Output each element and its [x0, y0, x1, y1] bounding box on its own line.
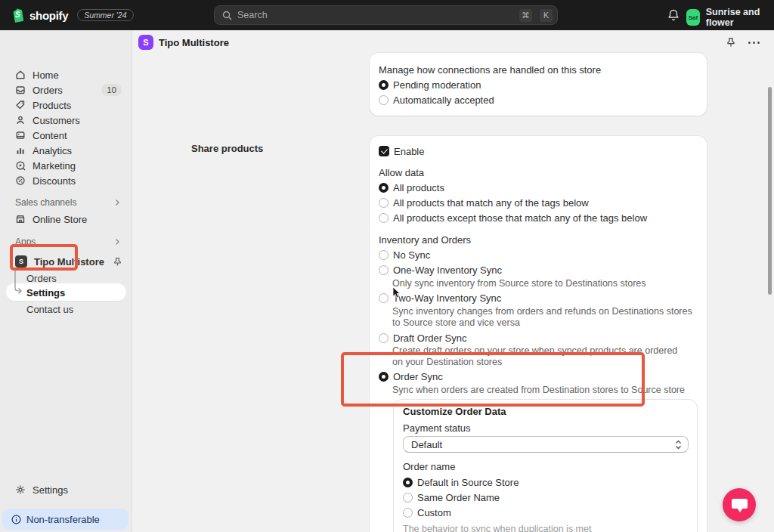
section-header-label: Sales channels [15, 197, 76, 208]
order-name-label: Order name [403, 460, 455, 472]
shopify-wordmark: shopify [29, 9, 68, 22]
radio-all-products[interactable]: All products [379, 181, 444, 193]
sidebar-subitem-orders[interactable]: Orders [6, 271, 126, 286]
page-title: Tipo Multistore [159, 37, 229, 48]
radio-label: Draft Order Sync [393, 332, 467, 344]
radio-unchecked-icon[interactable] [379, 293, 389, 303]
radio-pending-moderation[interactable]: Pending moderation [379, 79, 481, 91]
sidebar-section-sales-channels[interactable]: Sales channels [6, 196, 126, 209]
sidebar-item-label: Products [33, 100, 71, 111]
topbar: S shopify Summer '24 Search ⌘ K Saf Sunr… [0, 0, 774, 30]
main-area: S Tipo Multistore Manage how connections… [132, 30, 774, 532]
radio-checked-icon[interactable] [379, 80, 389, 90]
radio-default-source-store[interactable]: Default in Source Store [403, 476, 519, 488]
radio-products-match-tags[interactable]: All products that match any of the tags … [379, 196, 589, 209]
sidebar-item-label: Home [33, 70, 59, 81]
app-page-header: S Tipo Multistore [132, 30, 774, 55]
vertical-scrollbar[interactable] [768, 87, 772, 295]
radio-description: Sync inventory changes from orders and r… [392, 306, 699, 329]
radio-label: All products that match any of the tags … [393, 197, 589, 209]
radio-unchecked-icon[interactable] [379, 333, 389, 343]
pin-icon[interactable] [113, 257, 122, 267]
radio-one-way-sync[interactable]: One-Way Inventory Sync [379, 264, 502, 276]
chat-bubble-tail [737, 508, 743, 512]
shopify-bag-monogram: S [15, 11, 20, 19]
sidebar-item-settings-footer[interactable]: Settings [6, 482, 126, 497]
radio-label: Custom [417, 507, 451, 518]
search-input[interactable]: Search ⌘ K [214, 5, 558, 25]
info-icon [11, 515, 21, 524]
connections-card: Manage how connections are handled on th… [370, 53, 707, 116]
radio-unchecked-icon[interactable] [379, 95, 389, 105]
sidebar-subitem-settings[interactable]: Settings [6, 285, 126, 300]
products-icon [15, 100, 26, 110]
allow-data-label: Allow data [379, 166, 424, 178]
sidebar-item-label: Settings [26, 287, 65, 298]
store-icon [15, 214, 26, 224]
radio-unchecked-icon[interactable] [403, 508, 413, 518]
radio-checked-icon[interactable] [379, 183, 389, 193]
home-icon [15, 70, 26, 80]
analytics-icon [15, 145, 26, 156]
shopify-logo[interactable]: S shopify Summer '24 [11, 8, 134, 23]
notifications-button[interactable] [667, 8, 680, 22]
sidebar-item-label: Orders [26, 273, 57, 284]
payment-status-select[interactable]: Default [403, 436, 689, 453]
radio-checked-icon[interactable] [403, 478, 413, 487]
sidebar-item-orders[interactable]: Orders 10 [6, 82, 126, 97]
sidebar-item-discounts[interactable]: Discounts [6, 173, 126, 188]
chat-widget-button[interactable] [723, 488, 756, 521]
mouse-cursor [392, 287, 401, 302]
annotation-box-settings [10, 244, 78, 271]
radio-automatically-accepted[interactable]: Automatically accepted [379, 94, 494, 106]
sidebar-item-label: Analytics [33, 145, 72, 156]
orders-icon [15, 85, 26, 95]
sidebar-item-label: Online Store [33, 214, 87, 225]
radio-products-except-tags[interactable]: All products except those that match any… [379, 212, 647, 224]
select-value: Default [411, 439, 442, 450]
chevron-right-icon [114, 199, 120, 206]
share-products-section-label: Share products [191, 143, 263, 154]
radio-same-order-name[interactable]: Same Order Name [403, 491, 500, 503]
customers-icon [15, 115, 26, 125]
customize-order-data-card: Customize Order Data Payment status Defa… [393, 399, 698, 532]
radio-unchecked-icon[interactable] [379, 265, 389, 275]
sidebar-item-customers[interactable]: Customers [6, 113, 126, 128]
radio-unchecked-icon[interactable] [379, 213, 389, 223]
pin-icon[interactable] [726, 37, 735, 48]
radio-unchecked-icon[interactable] [379, 198, 389, 208]
order-sync-footnote: The behavior to sync when duplication is… [403, 524, 591, 532]
sidebar-item-label: Marketing [33, 160, 76, 172]
sidebar-item-label: Customers [33, 115, 80, 126]
k-key-badge: K [540, 9, 553, 22]
radio-no-sync[interactable]: No Sync [379, 249, 430, 261]
enable-checkbox-row[interactable]: Enable [379, 145, 424, 157]
sidebar-item-analytics[interactable]: Analytics [6, 143, 126, 158]
sidebar-item-products[interactable]: Products [6, 97, 126, 113]
sidebar-item-marketing[interactable]: Marketing [6, 158, 126, 173]
radio-label: Pending moderation [393, 79, 481, 91]
radio-unchecked-icon[interactable] [379, 250, 389, 260]
radio-unchecked-icon[interactable] [403, 493, 413, 503]
checkbox-checked-icon[interactable] [379, 146, 389, 156]
shopify-bag-icon: S [11, 8, 25, 23]
account-menu[interactable]: Saf Sunrise and flower [686, 7, 774, 28]
radio-draft-order-sync[interactable]: Draft Order Sync [379, 332, 467, 344]
non-transferable-label: Non-transferable [26, 514, 100, 525]
sidebar-item-label: Settings [33, 484, 68, 496]
sidebar: Home Orders 10 Products Customers Conten… [0, 30, 132, 532]
sidebar-item-label: Discounts [33, 175, 76, 187]
sidebar-item-online-store[interactable]: Online Store [6, 212, 126, 227]
sidebar-item-home[interactable]: Home [6, 67, 126, 82]
non-transferable-banner[interactable]: Non-transferable [2, 509, 128, 530]
radio-description: Only sync inventory from Source store to… [392, 278, 702, 289]
radio-custom[interactable]: Custom [403, 506, 451, 518]
more-options-icon[interactable] [748, 42, 760, 44]
sidebar-item-content[interactable]: Content [6, 128, 126, 143]
marketing-icon [15, 160, 26, 171]
radio-label: Default in Source Store [417, 477, 519, 488]
select-caret-icon [675, 440, 682, 450]
radio-label: All products [393, 182, 444, 193]
sidebar-subitem-contact-us[interactable]: Contact us [6, 302, 126, 317]
chevron-right-icon [114, 238, 120, 246]
